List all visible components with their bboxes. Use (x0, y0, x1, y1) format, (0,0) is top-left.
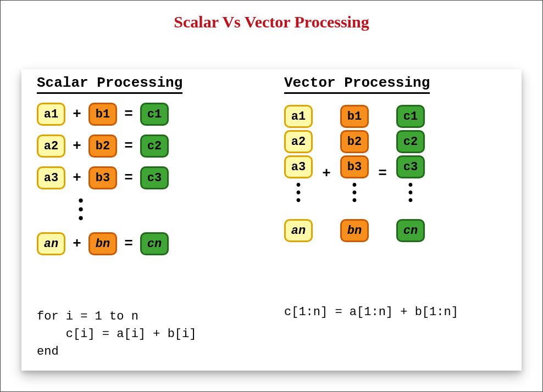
scalar-row-3: a3 + b3 = c3 (37, 166, 268, 189)
code-line: c[i] = a[i] + b[i] (37, 327, 196, 341)
vector-heading: Vector Processing (284, 75, 430, 94)
scalar-c1-cell: c1 (140, 103, 169, 126)
vector-equation: a1 a2 a3 ••• an + b1 b2 b3 ••• bn = (284, 105, 506, 242)
vector-cn-cell: cn (396, 219, 425, 242)
equals-icon: = (119, 170, 138, 186)
vector-a2-cell: a2 (284, 130, 313, 153)
scalar-cn-cell: cn (140, 232, 169, 255)
plus-icon: + (68, 236, 86, 252)
code-line: end (37, 345, 59, 359)
vector-code: c[1:n] = a[1:n] + b[1:n] (284, 304, 458, 321)
vector-c1-cell: c1 (396, 105, 425, 128)
plus-icon: + (68, 106, 86, 122)
scalar-c2-cell: c2 (140, 135, 169, 158)
diagram-frame: Scalar Vs Vector Processing Scalar Proce… (0, 0, 543, 392)
equals-icon: = (119, 236, 138, 252)
scalar-a1-cell: a1 (37, 103, 65, 126)
scalar-heading: Scalar Processing (37, 75, 182, 94)
scalar-bn-cell: bn (88, 232, 117, 255)
vector-c2-cell: c2 (396, 130, 425, 153)
equals-icon: = (119, 106, 138, 122)
scalar-b1-cell: b1 (88, 103, 117, 126)
scalar-ellipsis: ••• (37, 198, 125, 225)
scalar-c3-cell: c3 (140, 166, 169, 189)
scalar-row-1: a1 + b1 = c1 (37, 103, 268, 126)
vector-b-ellipsis: ••• (340, 181, 369, 208)
vector-bn-cell: bn (340, 219, 369, 242)
vector-a-column: a1 a2 a3 ••• an (284, 105, 313, 242)
vector-b3-cell: b3 (340, 155, 369, 178)
vector-c-column: c1 c2 c3 ••• cn (396, 105, 425, 242)
equals-icon: = (373, 165, 392, 182)
vector-a-ellipsis: ••• (284, 181, 313, 208)
scalar-code: for i = 1 to n c[i] = a[i] + b[i] end (37, 308, 196, 361)
code-line: for i = 1 to n (37, 310, 138, 323)
scalar-row-2: a2 + b2 = c2 (37, 135, 268, 158)
vector-b1-cell: b1 (340, 105, 369, 128)
scalar-b2-cell: b2 (88, 135, 117, 158)
scalar-a2-cell: a2 (37, 135, 65, 158)
page-title: Scalar Vs Vector Processing (1, 13, 542, 31)
scalar-column: Scalar Processing a1 + b1 = c1 a2 + b2 =… (37, 75, 268, 364)
vector-c-ellipsis: ••• (396, 181, 425, 208)
content-card: Scalar Processing a1 + b1 = c1 a2 + b2 =… (21, 69, 522, 371)
scalar-a3-cell: a3 (37, 166, 65, 189)
scalar-row-n: an + bn = cn (37, 232, 268, 255)
vector-column: Vector Processing a1 a2 a3 ••• an + b1 b… (268, 75, 506, 364)
vector-c3-cell: c3 (396, 155, 425, 178)
vector-b2-cell: b2 (340, 130, 369, 153)
vector-b-column: b1 b2 b3 ••• bn (340, 105, 369, 242)
vector-a3-cell: a3 (284, 155, 313, 178)
plus-icon: + (68, 138, 86, 154)
scalar-an-cell: an (37, 232, 65, 255)
vector-a1-cell: a1 (284, 105, 313, 128)
vector-an-cell: an (284, 219, 313, 242)
equals-icon: = (119, 138, 138, 154)
scalar-b3-cell: b3 (88, 166, 117, 189)
plus-icon: + (68, 170, 86, 186)
plus-icon: + (317, 165, 336, 182)
